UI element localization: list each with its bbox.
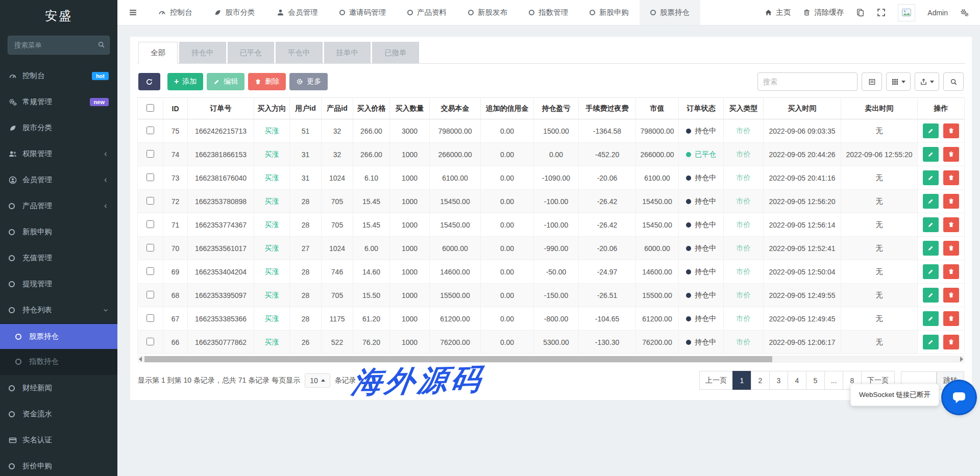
scroll-right-arrow-icon[interactable] (960, 357, 963, 362)
scrollbar-thumb[interactable] (144, 356, 772, 362)
trash-icon (948, 198, 954, 205)
page-button[interactable]: 5 (806, 371, 825, 390)
nav-tab-product-info[interactable]: 产品资料 (397, 0, 457, 25)
row-checkbox[interactable] (146, 314, 154, 322)
columns-button[interactable] (886, 72, 911, 91)
row-checkbox[interactable] (146, 220, 154, 228)
cell-credit: 0.00 (481, 190, 534, 213)
sidebar-item-fund-flow[interactable]: 资金流水 (0, 401, 117, 427)
row-edit-button[interactable] (923, 241, 939, 256)
row-delete-button[interactable] (943, 194, 959, 209)
page-button[interactable]: 2 (751, 371, 770, 390)
row-delete-button[interactable] (943, 241, 959, 256)
page-button[interactable]: 1 (732, 371, 751, 390)
row-edit-button[interactable] (923, 170, 939, 185)
home-link[interactable]: 主页 (765, 8, 791, 17)
row-delete-button[interactable] (943, 288, 959, 303)
export-button[interactable] (915, 72, 939, 91)
avatar[interactable] (898, 4, 915, 21)
page-size-select[interactable]: 10 (305, 373, 330, 388)
delete-button[interactable]: 删除 (248, 73, 286, 90)
sidebar-item-index-positions[interactable]: 指数持仓 (0, 349, 117, 374)
select-all-checkbox[interactable] (146, 104, 154, 112)
sidebar-item-products[interactable]: 产品管理 (0, 193, 117, 219)
filter-tab-cancelled[interactable]: 已撤单 (372, 42, 419, 63)
row-edit-button[interactable] (923, 123, 939, 138)
row-checkbox[interactable] (146, 244, 154, 252)
filter-tab-closed[interactable]: 已平仓 (228, 42, 275, 63)
row-edit-button[interactable] (923, 311, 939, 326)
nav-tab-ipo-subscribe[interactable]: 新股申购 (579, 0, 640, 25)
sidebar-item-positions[interactable]: 持仓列表 (0, 297, 117, 323)
sidebar-item-dashboard[interactable]: 控制台 hot (0, 63, 117, 89)
row-delete-button[interactable] (943, 264, 959, 279)
row-delete-button[interactable] (943, 123, 959, 138)
filter-tab-pending[interactable]: 挂单中 (324, 42, 371, 63)
horizontal-scrollbar[interactable] (138, 356, 964, 363)
filter-tab-all[interactable]: 全部 (138, 42, 178, 64)
row-checkbox[interactable] (146, 127, 154, 134)
sidebar-item-recharge[interactable]: 充值管理 (0, 245, 117, 271)
sidebar-search-input[interactable] (8, 36, 110, 55)
row-checkbox[interactable] (146, 173, 154, 181)
sidebar-item-stock-positions[interactable]: 股票持仓 (0, 324, 117, 349)
sidebar-item-finance-news[interactable]: 财经新闻 (0, 375, 117, 401)
filter-tab-holding[interactable]: 持仓中 (179, 42, 226, 63)
pencil-icon (927, 174, 934, 181)
row-edit-button[interactable] (923, 264, 939, 279)
nav-tab-dashboard[interactable]: 控制台 (148, 0, 203, 25)
sidebar-item-ipo-subscribe[interactable]: 新股申购 (0, 219, 117, 245)
sidebar-item-discount-subscribe[interactable]: 折价申购 (0, 453, 117, 476)
prev-page-button[interactable]: 上一页 (699, 371, 733, 390)
row-checkbox[interactable] (146, 150, 154, 158)
row-checkbox[interactable] (146, 338, 154, 345)
scroll-left-arrow-icon[interactable] (139, 357, 142, 362)
nav-tab-index-manage[interactable]: 指数管理 (518, 0, 579, 25)
edit-button[interactable]: 编辑 (207, 73, 244, 90)
nav-tab-market-category[interactable]: 股市分类 (203, 0, 266, 25)
row-edit-button[interactable] (923, 147, 939, 162)
row-edit-button[interactable] (923, 217, 939, 232)
row-delete-button[interactable] (943, 335, 959, 349)
row-checkbox[interactable] (146, 197, 154, 205)
sidebar-item-members[interactable]: 会员管理 (0, 167, 117, 193)
page-button[interactable]: 3 (769, 371, 788, 390)
row-delete-button[interactable] (943, 170, 959, 185)
add-button[interactable]: +添加 (167, 73, 203, 90)
chat-widget-button[interactable] (943, 381, 975, 414)
document-icon[interactable] (856, 8, 865, 17)
row-edit-button[interactable] (923, 335, 939, 349)
hamburger-icon[interactable] (117, 0, 148, 25)
settings-cogs-icon[interactable] (960, 8, 969, 17)
username[interactable]: Admin (927, 9, 948, 17)
table-search-input[interactable] (757, 72, 857, 91)
nav-tab-members[interactable]: 会员管理 (266, 0, 329, 25)
row-delete-button[interactable] (943, 311, 959, 326)
more-button[interactable]: 更多 (289, 73, 328, 90)
row-delete-button[interactable] (943, 147, 959, 162)
filter-tab-closing[interactable]: 平仓中 (276, 42, 323, 63)
row-checkbox[interactable] (146, 291, 154, 298)
nav-tab-ipo-release[interactable]: 新股发布 (457, 0, 518, 25)
clear-cache-label: 清除缓存 (814, 8, 844, 17)
row-edit-button[interactable] (923, 194, 939, 209)
sidebar-item-permissions[interactable]: 权限管理 (0, 141, 117, 167)
nav-tab-invite-codes[interactable]: 邀请码管理 (329, 0, 397, 25)
refresh-button[interactable] (138, 73, 160, 90)
sidebar-item-withdraw[interactable]: 提现管理 (0, 271, 117, 297)
nav-tab-stock-positions[interactable]: 股票持仓 (640, 0, 700, 25)
fullscreen-icon[interactable] (877, 8, 886, 17)
row-delete-button[interactable] (943, 217, 959, 232)
sidebar-item-real-name[interactable]: 实名认证 (0, 427, 117, 453)
detail-view-button[interactable] (862, 72, 882, 91)
cell-user-id: 31 (290, 143, 322, 166)
clear-cache-link[interactable]: 清除缓存 (803, 8, 844, 17)
page-button[interactable]: ... (824, 371, 843, 390)
sidebar-item-market-category[interactable]: 股市分类 (0, 115, 117, 141)
page-button[interactable]: 4 (788, 371, 806, 390)
row-checkbox[interactable] (146, 267, 154, 275)
row-edit-button[interactable] (923, 288, 939, 303)
search-toggle-button[interactable] (943, 72, 964, 91)
cell-id: 71 (163, 213, 188, 237)
sidebar-item-general[interactable]: 常规管理 new (0, 89, 117, 115)
